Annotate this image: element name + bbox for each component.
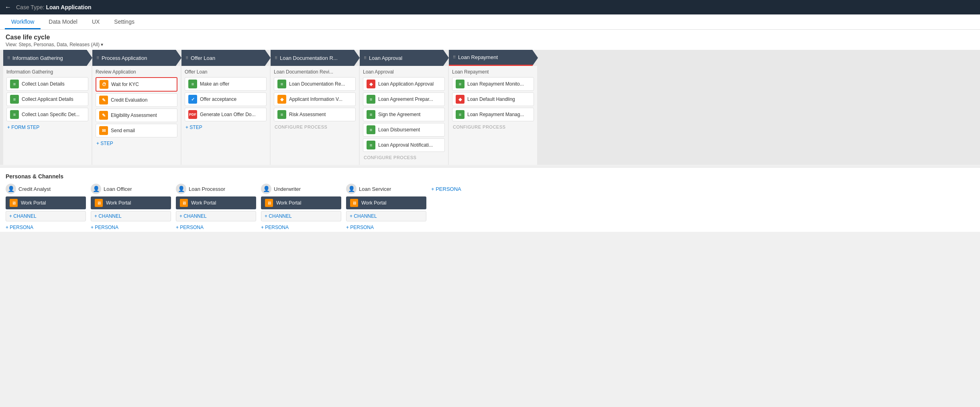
drag-handle-icon: ⠿: [453, 55, 456, 59]
stage-header-information-gathering[interactable]: ⠿ Information Gathering: [3, 50, 92, 66]
step-label: Send email: [111, 128, 135, 133]
step-eligibility-assessment[interactable]: ✎ Eligibility Assessment: [96, 108, 177, 122]
step-loan-doc-review[interactable]: ≡ Loan Documentation Re...: [274, 77, 356, 91]
view-filter[interactable]: View: Steps, Personas, Data, Releases (A…: [6, 42, 974, 47]
step-label: Applicant Information V...: [289, 96, 342, 102]
drag-handle-icon: ⠿: [96, 56, 99, 60]
step-send-email[interactable]: ✉ Send email: [96, 124, 177, 137]
step-label: Make an offer: [200, 81, 229, 87]
back-button[interactable]: ←: [5, 4, 11, 11]
step-loan-approval-notification[interactable]: ≡ Loan Approval Notificati...: [363, 138, 445, 152]
add-persona-underwriter[interactable]: + PERSONA: [261, 223, 341, 232]
step-offer-acceptance[interactable]: ✓ Offer acceptance: [185, 92, 267, 106]
page-title: Case life cycle: [6, 34, 974, 41]
stage-header-loan-approval[interactable]: ⠿ Loan Approval: [360, 50, 449, 66]
stage-header-loan-documentation[interactable]: ⠿ Loan Documentation R...: [271, 50, 360, 66]
persona-header-loan-processor: 👤 Loan Processor: [176, 184, 256, 194]
tab-settings[interactable]: Settings: [108, 15, 141, 29]
form-icon: ≡: [10, 110, 19, 119]
channel-work-portal-loan-officer[interactable]: 🖥 Work Portal: [91, 196, 171, 209]
step-sign-agreement[interactable]: ≡ Sign the Agreement: [363, 108, 445, 121]
persona-header-credit-analyst: 👤 Credit Analyst: [6, 184, 86, 194]
stage-title-loan-repayment: Loan Repayment: [458, 54, 498, 60]
step-label: Risk Assessment: [289, 112, 326, 117]
step-loan-application-approval[interactable]: ◆ Loan Application Approval: [363, 77, 445, 91]
persona-name-underwriter: Underwriter: [274, 186, 301, 192]
stage-title-information-gathering: Information Gathering: [12, 55, 63, 61]
drag-handle-icon: ⠿: [7, 56, 10, 60]
wrench-icon: ✎: [99, 111, 108, 120]
step-make-offer[interactable]: ≡ Make an offer: [185, 77, 267, 91]
channel-label: Work Portal: [361, 200, 386, 206]
stage-process-label-4: Loan Approval: [363, 69, 445, 75]
stage-header-loan-repayment[interactable]: ⠿ Loan Repayment: [449, 50, 538, 66]
stage-header-offer-loan[interactable]: ⠿ Offer Loan: [181, 50, 271, 66]
step-wait-for-kyc[interactable]: ⏱ Wait for KYC: [96, 77, 177, 92]
avatar-loan-servicer: 👤: [346, 184, 357, 194]
stage-process-label-3: Loan Documentation Revi...: [274, 69, 356, 75]
avatar-loan-processor: 👤: [176, 184, 186, 194]
step-credit-evaluation[interactable]: ✎ Credit Evaluation: [96, 93, 177, 107]
channel-work-portal-loan-processor[interactable]: 🖥 Work Portal: [176, 196, 256, 209]
step-loan-repayment-manage[interactable]: ≡ Loan Repayment Manag...: [452, 108, 534, 121]
avatar-underwriter: 👤: [261, 184, 271, 194]
step-label: Generate Loan Offer Do...: [200, 112, 256, 117]
add-channel-credit-analyst[interactable]: + CHANNEL: [6, 211, 86, 221]
tab-data-model[interactable]: Data Model: [42, 15, 84, 29]
step-label: Loan Agreement Prepar...: [378, 96, 433, 102]
step-collect-loan-details[interactable]: ≡ Collect Loan Details: [6, 77, 88, 91]
add-form-step-0[interactable]: + FORM STEP: [6, 123, 88, 132]
step-loan-disbursement[interactable]: ≡ Loan Disbursement: [363, 123, 445, 137]
add-step-2[interactable]: + STEP: [185, 123, 267, 132]
persona-loan-servicer: 👤 Loan Servicer 🖥 Work Portal + CHANNEL …: [346, 184, 426, 232]
personas-grid: 👤 Credit Analyst 🖥 Work Portal + CHANNEL…: [6, 184, 974, 232]
workflow-canvas: ⠿ Information Gathering Information Gath…: [0, 50, 980, 165]
step-collect-loan-specific[interactable]: ≡ Collect Loan Specific Det...: [6, 108, 88, 121]
stage-loan-approval: ⠿ Loan Approval Loan Approval ◆ Loan App…: [360, 50, 448, 165]
channel-work-portal-underwriter[interactable]: 🖥 Work Portal: [261, 196, 341, 209]
add-persona-loan-processor[interactable]: + PERSONA: [176, 223, 256, 232]
persona-header-loan-officer: 👤 Loan Officer: [91, 184, 171, 194]
tab-ux[interactable]: UX: [86, 15, 106, 29]
configure-process-4[interactable]: CONFIGURE PROCESS: [363, 153, 445, 162]
persona-loan-processor: 👤 Loan Processor 🖥 Work Portal + CHANNEL…: [176, 184, 256, 232]
add-step-1[interactable]: + STEP: [96, 139, 177, 148]
channel-work-portal-loan-servicer[interactable]: 🖥 Work Portal: [346, 196, 426, 209]
diamond-icon: ◆: [277, 95, 286, 104]
step-loan-agreement-prep[interactable]: ≡ Loan Agreement Prepar...: [363, 92, 445, 106]
mail-icon: ✉: [99, 126, 108, 135]
stage-header-process-application[interactable]: ⠿ Process Application: [92, 50, 181, 66]
tab-workflow[interactable]: Workflow: [5, 15, 41, 29]
channel-work-portal-credit-analyst[interactable]: 🖥 Work Portal: [6, 196, 86, 209]
step-collect-applicant-details[interactable]: ≡ Collect Applicant Details: [6, 92, 88, 106]
stage-title-process-application: Process Application: [102, 55, 147, 61]
step-applicant-info-verification[interactable]: ◆ Applicant Information V...: [274, 92, 356, 106]
add-persona-loan-officer[interactable]: + PERSONA: [91, 223, 171, 232]
diamond-red-icon: ◆: [367, 80, 375, 88]
personas-title: Personas & Channels: [6, 173, 974, 180]
add-persona-button[interactable]: + PERSONA: [431, 184, 461, 194]
add-persona-credit-analyst[interactable]: + PERSONA: [6, 223, 86, 232]
step-loan-repayment-monitor[interactable]: ≡ Loan Repayment Monito...: [452, 77, 534, 91]
wrench-icon: ✎: [99, 96, 108, 104]
stage-process-label-5: Loan Repayment: [452, 69, 534, 75]
step-generate-loan-offer[interactable]: PDF Generate Loan Offer Do...: [185, 108, 267, 121]
add-channel-loan-processor[interactable]: + CHANNEL: [176, 211, 256, 221]
add-persona-loan-servicer[interactable]: + PERSONA: [346, 223, 426, 232]
step-loan-default-handling[interactable]: ◆ Loan Default Handling: [452, 92, 534, 106]
drag-handle-icon: ⠿: [364, 56, 367, 60]
stage-body-loan-documentation: Loan Documentation Revi... ≡ Loan Docume…: [271, 66, 359, 165]
configure-process-5[interactable]: CONFIGURE PROCESS: [452, 123, 534, 131]
add-channel-loan-servicer[interactable]: + CHANNEL: [346, 211, 426, 221]
clock-icon: ⏱: [100, 80, 108, 89]
work-portal-icon: 🖥: [10, 199, 18, 207]
add-channel-underwriter[interactable]: + CHANNEL: [261, 211, 341, 221]
form-icon: ≡: [277, 80, 286, 88]
add-channel-loan-officer[interactable]: + CHANNEL: [91, 211, 171, 221]
check-icon: ✓: [188, 95, 197, 104]
step-risk-assessment[interactable]: ≡ Risk Assessment: [274, 108, 356, 121]
persona-name-loan-officer: Loan Officer: [104, 186, 132, 192]
form-icon: ≡: [10, 95, 19, 104]
configure-process-3[interactable]: CONFIGURE PROCESS: [274, 123, 356, 131]
persona-name-loan-servicer: Loan Servicer: [359, 186, 391, 192]
